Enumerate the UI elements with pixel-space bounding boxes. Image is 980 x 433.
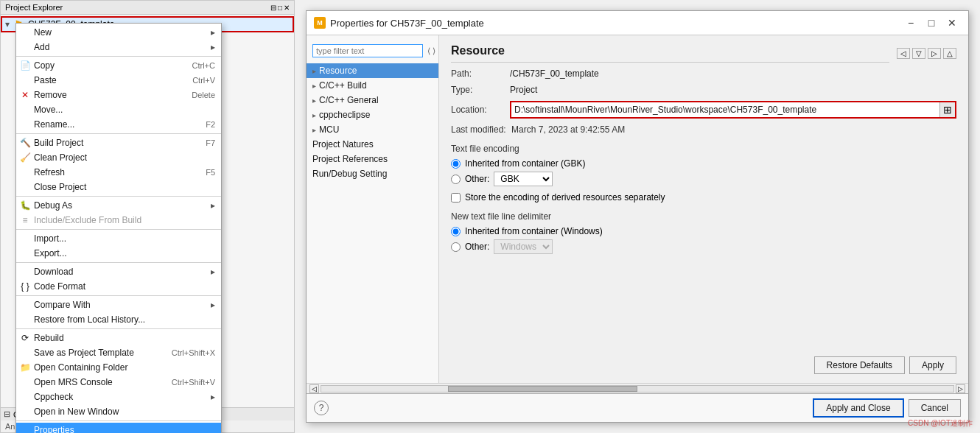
menu-item-remove[interactable]: ✕ Remove Delete <box>16 88 221 102</box>
inner-footer: Restore Defaults Apply <box>451 356 956 374</box>
nav-item-label: cppcheclipse <box>319 110 370 120</box>
horizontal-scrollbar: ◁ ▷ <box>307 383 968 393</box>
nav-item-resource[interactable]: ▸ Resource <box>307 63 438 78</box>
nav-expand-arrow: ▸ <box>312 67 316 75</box>
submenu-arrow-icon: ▸ <box>211 27 215 38</box>
remove-icon: ✕ <box>19 90 31 100</box>
menu-item-label: Rebuild <box>34 333 64 343</box>
nav-item-project-references[interactable]: Project References <box>307 152 438 166</box>
menu-item-code-format[interactable]: { } Code Format <box>16 279 221 294</box>
nav-item-mcu[interactable]: ▸ MCU <box>307 122 438 137</box>
menu-item-move[interactable]: Move... <box>16 102 221 117</box>
last-modified-row: Last modified: March 7, 2023 at 9:42:55 … <box>451 124 956 135</box>
location-browse-button[interactable]: ⊞ <box>939 102 955 117</box>
menu-item-label: Cppcheck <box>34 392 73 402</box>
menu-item-properties[interactable]: Properties <box>16 423 221 433</box>
nav-item-label: Project References <box>312 154 388 164</box>
menu-item-add[interactable]: Add ▸ <box>16 40 221 54</box>
maximize-icon[interactable]: □ <box>278 4 282 12</box>
nav-item-cpp-general[interactable]: ▸ C/C++ General <box>307 93 438 108</box>
nav-item-label: MCU <box>319 124 339 135</box>
inherited-encoding-radio[interactable] <box>451 159 461 169</box>
menu-item-debug-as[interactable]: 🐛 Debug As ▸ <box>16 198 221 213</box>
nav-down-button[interactable]: ▽ <box>912 48 925 59</box>
menu-item-compare-with[interactable]: Compare With ▸ <box>16 298 221 312</box>
scrollbar-thumb[interactable] <box>448 386 637 392</box>
inherited-delimiter-radio[interactable] <box>451 227 461 236</box>
menu-item-open-mrs-console[interactable]: Open MRS Console Ctrl+Shift+V <box>16 375 221 390</box>
dialog-minimize-button[interactable]: − <box>902 15 920 30</box>
menu-item-restore-history[interactable]: Restore from Local History... <box>16 312 221 327</box>
menu-item-refresh[interactable]: Refresh F5 <box>16 165 221 180</box>
apply-button-inner[interactable]: Apply <box>909 356 956 374</box>
outline-title: ⊟ <box>4 409 10 419</box>
menu-item-label: Add <box>34 42 49 52</box>
nav-item-cppcheclipse[interactable]: ▸ cppcheclipse <box>307 108 438 122</box>
dialog-maximize-button[interactable]: □ <box>923 15 940 30</box>
apply-and-close-button[interactable]: Apply and Close <box>813 398 903 418</box>
panel-title: Project Explorer <box>5 3 63 12</box>
dialog-close-button[interactable]: ✕ <box>943 15 961 30</box>
nav-item-run-debug[interactable]: Run/Debug Setting <box>307 166 438 181</box>
menu-item-import[interactable]: Import... <box>16 231 221 246</box>
menu-item-rebuild[interactable]: ⟳ Rebuild <box>16 331 221 345</box>
submenu-arrow-icon: ▸ <box>211 300 215 310</box>
menu-item-rename[interactable]: Rename... F2 <box>16 117 221 132</box>
store-encoding-checkbox[interactable] <box>451 193 461 203</box>
minimize-icon[interactable]: ⊟ <box>270 4 276 12</box>
nav-back-button[interactable]: ◁ <box>897 48 910 59</box>
menu-separator <box>16 196 221 197</box>
restore-defaults-button[interactable]: Restore Defaults <box>814 356 905 374</box>
panel-header-icons: ⊟ □ ✕ <box>270 4 290 12</box>
menu-item-clean[interactable]: 🧹 Clean Project <box>16 150 221 165</box>
menu-item-label: Restore from Local History... <box>34 314 145 325</box>
menu-item-new[interactable]: New ▸ <box>16 25 221 40</box>
location-input[interactable] <box>511 103 939 116</box>
menu-item-label: Build Project <box>34 138 83 148</box>
store-encoding-label: Store the encoding of derived resources … <box>465 192 665 203</box>
scroll-left-button[interactable]: ◁ <box>309 384 319 393</box>
nav-forward-button[interactable]: ▷ <box>928 48 941 59</box>
nav-item-cpp-build[interactable]: ▸ C/C++ Build <box>307 78 438 93</box>
menu-item-paste[interactable]: Paste Ctrl+V <box>16 73 221 88</box>
nav-up-button[interactable]: △ <box>943 48 956 59</box>
menu-item-label: Rename... <box>34 119 74 130</box>
nav-item-project-natures[interactable]: Project Natures <box>307 137 438 152</box>
encoding-combo[interactable]: GBK <box>494 172 553 186</box>
other-encoding-radio[interactable] <box>451 175 461 184</box>
menu-item-open-folder[interactable]: 📁 Open Containing Folder <box>16 360 221 375</box>
menu-item-download[interactable]: Download ▸ <box>16 264 221 279</box>
menu-item-open-new-window[interactable]: Open in New Window <box>16 404 221 419</box>
path-label: Path: <box>451 68 510 79</box>
other-delimiter-radio[interactable] <box>451 242 461 252</box>
help-button[interactable]: ? <box>314 401 329 415</box>
other-encoding-label: Other: <box>465 174 489 184</box>
close-panel-icon[interactable]: ✕ <box>284 4 290 12</box>
menu-item-label: Clean Project <box>34 152 87 163</box>
menu-item-label: Debug As <box>34 200 72 211</box>
menu-item-copy[interactable]: 📄 Copy Ctrl+C <box>16 58 221 73</box>
nav-arrow-buttons: ◁ ▽ ▷ △ <box>897 48 956 59</box>
menu-item-cppcheck[interactable]: Cppcheck ▸ <box>16 390 221 404</box>
scrollbar-track[interactable] <box>321 385 954 392</box>
code-format-icon: { } <box>19 281 31 292</box>
menu-separator <box>16 420 221 421</box>
menu-item-label: Open MRS Console <box>34 377 113 387</box>
nav-item-label: C/C++ General <box>319 95 379 105</box>
delimiter-combo[interactable]: Windows <box>494 239 553 254</box>
shortcut-label: Delete <box>192 91 215 99</box>
dialog-body: ⟨ ⟩ ▸ Resource ▸ C/C++ Build ▸ C/C++ Gen… <box>307 35 968 383</box>
properties-dialog: M Properties for CH573F_00_template − □ … <box>306 10 969 423</box>
scroll-right-button[interactable]: ▷ <box>956 384 965 393</box>
filter-input[interactable] <box>312 44 423 57</box>
inherited-delimiter-label: Inherited from container (Windows) <box>465 226 603 236</box>
cancel-button[interactable]: Cancel <box>909 399 961 417</box>
menu-item-label: Open in New Window <box>34 406 119 417</box>
build-icon: 🔨 <box>19 138 31 148</box>
menu-item-save-template[interactable]: Save as Project Template Ctrl+Shift+X <box>16 345 221 360</box>
menu-item-close-project[interactable]: Close Project <box>16 180 221 194</box>
menu-item-label: Import... <box>34 233 66 244</box>
menu-item-build[interactable]: 🔨 Build Project F7 <box>16 135 221 150</box>
shortcut-label: F2 <box>206 120 215 129</box>
menu-item-export[interactable]: Export... <box>16 246 221 261</box>
